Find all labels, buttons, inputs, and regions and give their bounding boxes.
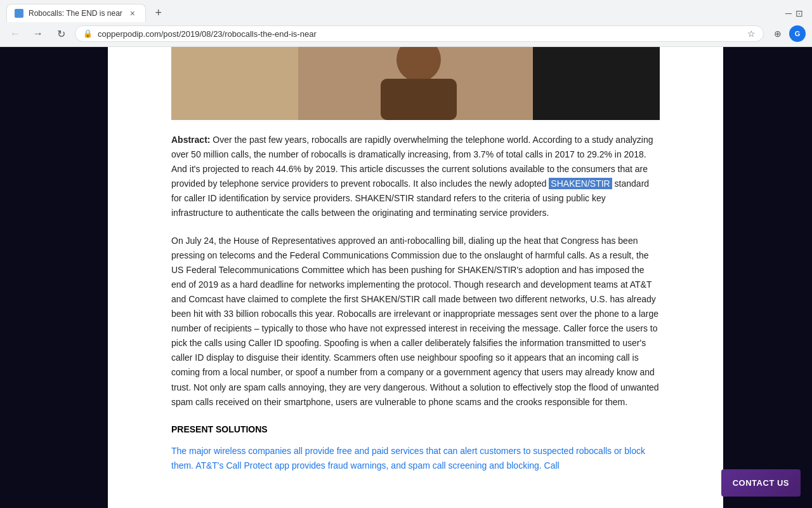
lock-icon: 🔒 [83,29,93,38]
contact-us-button[interactable]: CONTACT US [721,469,801,497]
main-paragraph-1: On July 24, the House of Representatives… [171,234,660,410]
toolbar-right: ⊕ G [769,25,806,43]
present-solutions-heading: PRESENT SOLUTIONS [171,422,660,436]
browser-chrome: Robocalls: The END is near × + ─ ⊡ ← → ↻… [0,0,812,47]
abstract-label: Abstract: [171,135,210,145]
paragraph2-link-text: The major wireless companies all provide… [171,446,645,471]
back-button[interactable]: ← [6,25,24,43]
svg-rect-4 [381,79,457,120]
browser-tab[interactable]: Robocalls: The END is near × [6,4,146,22]
address-bar[interactable]: 🔒 copperpodip.com/post/2019/08/23/roboca… [75,25,764,42]
article-image-container [121,47,710,120]
refresh-button[interactable]: ↻ [52,25,70,43]
main-content: Abstract: Over the past few years, roboc… [108,47,723,508]
forward-button[interactable]: → [29,25,47,43]
browser-toolbar: ← → ↻ 🔒 copperpodip.com/post/2019/08/23/… [0,22,812,46]
abstract-paragraph: Abstract: Over the past few years, roboc… [171,133,660,221]
new-tab-button[interactable]: + [150,4,167,22]
maximize-button[interactable]: ⊡ [796,8,803,18]
profile-avatar[interactable]: G [789,25,806,42]
tab-close-button[interactable]: × [128,8,138,18]
left-sidebar [0,47,108,508]
url-display: copperpodip.com/post/2019/08/23/robocall… [98,29,742,39]
browser-titlebar: Robocalls: The END is near × + ─ ⊡ [0,0,812,22]
main-paragraph-2: The major wireless companies all provide… [171,444,660,473]
shaken-stir-highlight: SHAKEN/STIR [549,178,612,189]
article-image [171,47,660,120]
bookmark-icon[interactable]: ☆ [747,29,756,39]
abstract-section: Abstract: Over the past few years, roboc… [171,133,660,221]
svg-rect-2 [533,47,660,120]
tab-favicon [15,9,23,18]
page-content: Abstract: Over the past few years, roboc… [0,47,812,508]
tab-title: Robocalls: The END is near [29,9,122,18]
minimize-button[interactable]: ─ [785,8,792,18]
extensions-button[interactable]: ⊕ [769,25,787,43]
right-sidebar [723,47,812,508]
article-body: Abstract: Over the past few years, roboc… [171,133,660,473]
